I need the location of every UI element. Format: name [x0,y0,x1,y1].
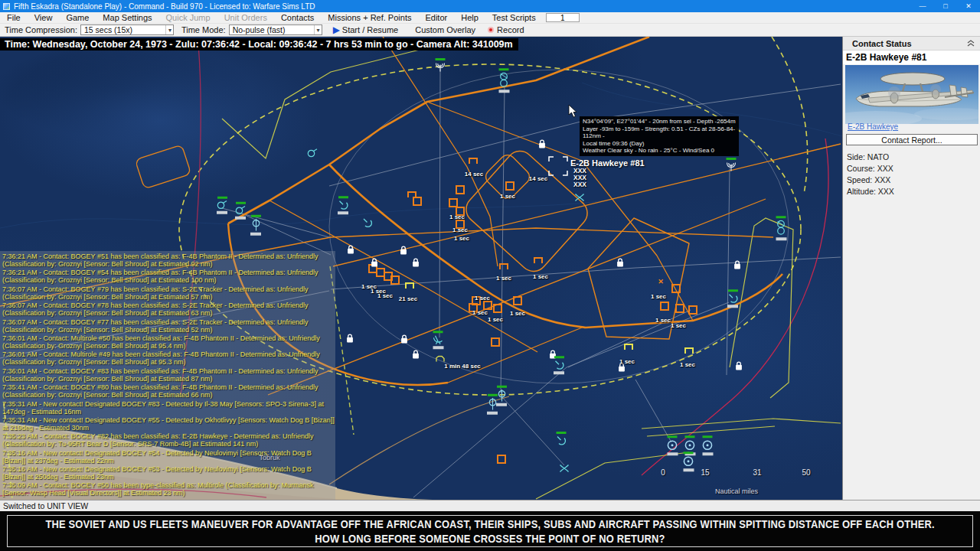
timer-icon[interactable] [436,356,445,363]
sonobuoy-icon[interactable] [347,334,354,343]
log-entry: 7:35:16 AM - New contact! Designated BOG… [2,449,336,465]
chevron-down-icon: ▾ [314,25,320,34]
menu-item-unit-orders: Unit Orders [217,13,274,22]
hostile-air-contact-icon[interactable] [497,455,506,464]
contact-db-link[interactable]: E-2B Hawkeye [848,122,898,131]
sonobuoy-icon[interactable] [734,260,741,269]
contact-status-panel: Contact Status E-2B Hawkeye #81 [842,37,980,500]
sonobuoy-icon[interactable] [400,246,407,255]
hostile-contact-bracket-icon[interactable] [469,158,478,164]
surface-group-ship-icon[interactable] [667,435,678,455]
health-bar [217,197,227,199]
hostile-contact-bracket-icon[interactable] [499,263,508,269]
friendly-aircraft-icon[interactable] [574,194,585,202]
log-entry: 7:35:41 AM - Contact: BOGEY #80 has been… [2,383,336,399]
friendly-aircraft-icon[interactable] [559,465,570,473]
minimize-button[interactable]: — [911,0,934,12]
friendly-sensor-contact-icon[interactable] [363,218,373,228]
maximize-button[interactable]: □ [934,0,957,12]
menu-item-contacts[interactable]: Contacts [274,13,321,22]
unknown-contact-bracket-icon[interactable] [405,282,414,289]
unit-underline [487,412,498,415]
friendly-unit-pair-icon[interactable] [776,216,787,240]
surface-group-ship-icon[interactable] [683,452,694,471]
scale-tick: 15 [701,468,709,477]
friendly-ship-icon[interactable] [435,58,446,72]
window-title: Fifth Eskadra (Standalone Play) - Comman… [14,2,911,11]
friendly-sensor-contact-icon[interactable] [554,356,564,374]
status-bar: Switched to UNIT VIEW [0,500,980,511]
menu-item-game[interactable]: Game [59,13,96,22]
friendly-helicopter-icon[interactable] [217,197,227,214]
hostile-air-contact-icon[interactable] [671,284,681,293]
start-resume-button[interactable]: Start / Resume [342,25,398,34]
unit-underline [250,233,261,236]
contact-timer-label: 1 sec [655,317,671,324]
menu-bar: FileViewGameMap SettingsQuick JumpUnit O… [0,12,980,24]
hostile-contact-bracket-icon[interactable] [534,257,543,263]
unit-underline [702,452,713,455]
sonobuoy-icon[interactable] [617,258,624,267]
sonobuoy-icon[interactable] [401,334,408,344]
menu-item-file[interactable]: File [0,13,28,22]
menu-item-missions-ref-points[interactable]: Missions + Ref. Points [321,13,418,22]
log-entry: 7:36:01 AM - Contact: Multirole #50 has … [2,334,336,350]
sonobuoy-icon[interactable] [371,258,378,267]
surface-group-ship-icon[interactable] [702,435,714,455]
hostile-air-contact-icon[interactable] [390,276,400,285]
friendly-surface-contact-icon[interactable] [487,394,498,415]
selected-unit-marker[interactable]: E-2B Hawkeye #81 XXXXXXXXX [548,156,663,194]
hostile-marker-icon[interactable]: ✕ [658,279,664,285]
sonobuoy-icon[interactable] [539,139,546,148]
sonobuoy-icon[interactable] [413,350,420,359]
hostile-air-contact-icon[interactable] [456,185,465,194]
friendly-surface-contact-icon[interactable] [250,215,261,236]
contact-report-button[interactable]: Contact Report... [846,134,978,145]
friendly-sensor-contact-icon[interactable] [557,432,567,445]
hostile-air-contact-icon[interactable] [493,304,502,313]
chevron-down-icon: ▾ [165,25,172,34]
hostile-air-contact-icon[interactable] [660,302,669,311]
hostile-air-contact-icon[interactable] [675,304,684,313]
friendly-sensor-contact-icon[interactable] [727,289,738,308]
contact-timer-label: 1 sec [449,214,465,220]
custom-overlay-button[interactable]: Custom Overlay [415,25,475,34]
radar-dish-icon[interactable] [433,331,444,349]
menu-item-help[interactable]: Help [454,13,485,22]
friendly-helicopter-icon[interactable] [307,148,318,158]
scenario-caption: THE SOVIET AND US FLEETS MANEUVER FOR AD… [0,511,980,551]
sonobuoy-icon[interactable] [736,361,743,370]
hostile-air-contact-icon[interactable] [513,296,522,305]
collapse-icon[interactable] [967,40,975,47]
unknown-contact-bracket-icon[interactable] [624,344,633,350]
hostile-contact-bracket-icon[interactable] [407,191,416,197]
tooltip-line: Local time 09:36 (Day) [583,140,736,148]
time-mode-select[interactable]: No-pulse (fast) ▾ [229,24,322,35]
menu-item-test-scripts[interactable]: Test Scripts [485,13,543,22]
hostile-air-contact-icon[interactable] [505,181,514,191]
friendly-unit-pair-icon[interactable] [498,68,510,93]
test-scripts-field[interactable] [546,13,580,22]
friendly-helicopter-icon[interactable] [235,202,246,220]
unit-underline [554,371,564,374]
scale-unit-label: Nautical miles [715,487,758,495]
record-button[interactable]: Record [497,25,524,34]
hostile-air-contact-icon[interactable] [491,337,500,347]
hostile-air-contact-icon[interactable] [413,197,422,206]
map-viewport[interactable]: ✕ 14 sec14 sec1 sec1 sec1 sec1 sec1 sec1… [0,37,842,500]
close-button[interactable]: ✕ [957,0,980,12]
menu-item-map-settings[interactable]: Map Settings [96,13,158,22]
sonobuoy-icon[interactable] [348,245,354,254]
hostile-air-contact-icon[interactable] [688,305,697,315]
friendly-surface-contact-icon[interactable] [496,386,507,406]
time-compression-select[interactable]: 15 secs (15x) ▾ [80,24,174,35]
sonobuoy-icon[interactable] [413,258,420,267]
unknown-contact-bracket-icon[interactable] [684,347,694,354]
friendly-sensor-contact-icon[interactable] [338,196,348,214]
menu-item-editor[interactable]: Editor [418,13,454,22]
tooltip-line: Weather Clear sky - No rain - 25°C - Win… [583,147,736,155]
contact-photo [845,65,978,124]
friendly-ship-icon[interactable] [726,158,737,171]
menu-item-view[interactable]: View [28,13,60,22]
unit-underline [235,217,246,220]
